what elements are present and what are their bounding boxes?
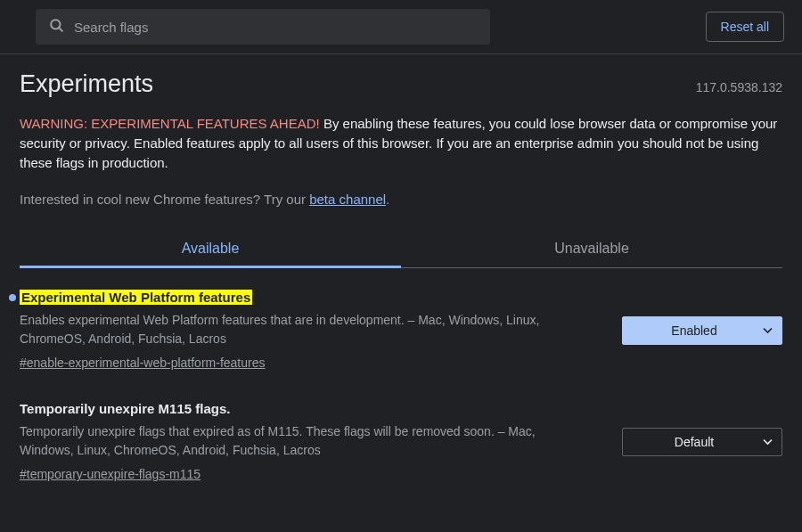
top-bar: Reset all: [0, 0, 802, 54]
interest-suffix: .: [386, 192, 389, 207]
flag-body: Experimental Web Platform features Enabl…: [20, 290, 604, 371]
warning-text: WARNING: EXPERIMENTAL FEATURES AHEAD! By…: [20, 114, 782, 172]
svg-line-1: [59, 28, 62, 31]
flag-title: Temporarily unexpire M115 flags.: [20, 401, 230, 416]
flag-state-select[interactable]: Default: [622, 428, 782, 456]
tab-unavailable[interactable]: Unavailable: [401, 230, 782, 267]
flag-anchor-link[interactable]: #temporary-unexpire-flags-m115: [20, 467, 200, 481]
search-icon: [48, 17, 65, 37]
version-label: 117.0.5938.132: [696, 80, 782, 94]
search-input[interactable]: [74, 20, 478, 35]
flag-anchor-link[interactable]: #enable-experimental-web-platform-featur…: [20, 356, 265, 370]
select-value: Default: [675, 435, 714, 449]
page-title: Experiments: [20, 70, 153, 98]
select-value: Enabled: [671, 323, 716, 338]
flag-body: Temporarily unexpire M115 flags. Tempora…: [20, 401, 604, 482]
tab-available[interactable]: Available: [20, 230, 401, 267]
modified-indicator-icon: [9, 294, 16, 301]
chevron-down-icon: [763, 327, 773, 333]
flag-description: Temporarily unexpire flags that expired …: [20, 422, 572, 460]
search-box[interactable]: [36, 9, 490, 45]
interest-text: Interested in cool new Chrome features? …: [20, 192, 782, 207]
beta-channel-link[interactable]: beta channel: [309, 192, 386, 207]
flag-state-select[interactable]: Enabled: [622, 316, 782, 345]
interest-prefix: Interested in cool new Chrome features? …: [20, 192, 309, 207]
warning-prefix: WARNING: EXPERIMENTAL FEATURES AHEAD!: [20, 116, 320, 131]
flag-item: Temporarily unexpire M115 flags. Tempora…: [20, 392, 782, 503]
flag-item: Experimental Web Platform features Enabl…: [20, 281, 782, 392]
tabs: Available Unavailable: [20, 230, 782, 268]
header-row: Experiments 117.0.5938.132: [20, 70, 782, 98]
flag-list: Experimental Web Platform features Enabl…: [20, 281, 782, 503]
reset-all-button[interactable]: Reset all: [706, 12, 784, 42]
flag-control: Enabled: [622, 290, 782, 371]
chevron-down-icon: [763, 438, 773, 445]
flag-description: Enables experimental Web Platform featur…: [20, 311, 572, 348]
flag-control: Default: [622, 401, 782, 482]
flag-title: Experimental Web Platform features: [20, 290, 252, 305]
content-area: Experiments 117.0.5938.132 WARNING: EXPE…: [0, 54, 802, 503]
